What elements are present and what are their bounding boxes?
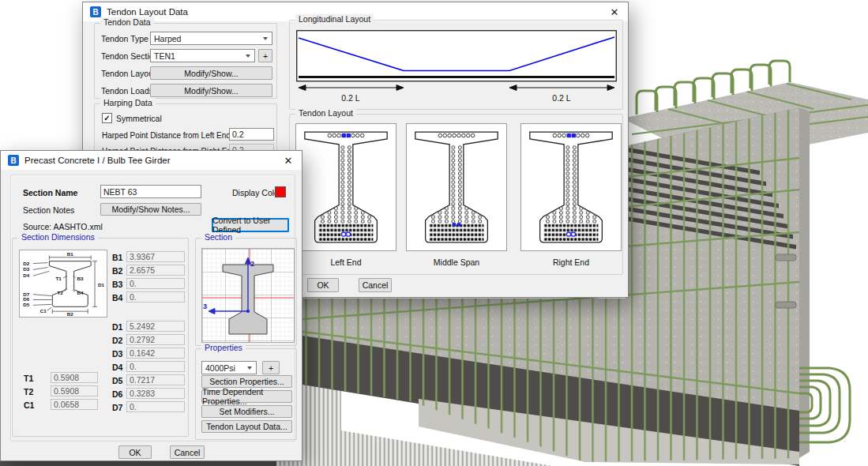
d3-field: 0.1642 [126,348,185,359]
precast-girder-dialog: B Precast Concrete I / Bulb Tee Girder ✕… [0,150,302,461]
section-preview-plot: 2 3 [201,248,295,343]
close-icon[interactable]: ✕ [275,151,302,170]
tendon-section-dropdown[interactable]: TEN1 [150,49,255,62]
middle-span-caption: Middle Span [406,257,507,267]
d2-field: 0.2792 [126,334,185,345]
d7-field: 0. [126,401,185,412]
t2-label: T2 [24,387,33,396]
cross-section-middle-span [406,123,507,251]
girder-cross-section-left [296,124,396,250]
diagram-label-b4: B4 [77,290,84,295]
app-icon: B [90,6,101,17]
diagram-label-t1: T1 [55,276,62,281]
b1-label: B1 [112,253,122,262]
tendon-type-label: Tendon Type [101,34,148,43]
section-name-input[interactable] [100,185,201,198]
harped-left-input[interactable] [229,128,274,141]
diagram-label-d1: D1 [98,282,105,287]
tendon-type-dropdown[interactable]: Harped [150,32,272,45]
tendon-section-value: TEN1 [154,51,175,61]
t1-field: 0.5908 [51,372,98,383]
modify-show-notes-button[interactable]: Modify/Show Notes... [100,203,201,216]
precast-ok-button[interactable]: OK [118,445,152,459]
tendon-ok-button[interactable]: OK [307,278,339,292]
diagram-label-d3: D3 [23,266,30,272]
display-color-swatch[interactable] [275,186,286,197]
b3-field: 0. [126,278,185,289]
precast-cancel-button[interactable]: Cancel [170,445,205,459]
dimension-arrows [299,85,614,91]
section-notes-label: Section Notes [23,205,74,215]
convert-to-user-defined-button[interactable]: Convert to User Defined [212,218,289,232]
d4-label: D4 [112,363,122,372]
longitudinal-layout-group: Longitudinal Layout 0.2 L 0.2 L [289,20,623,110]
d3-label: D3 [112,349,122,359]
dimensions-diagram: B1 D2 D3 D4 T1 B3 D1 T2 B4 D7 D6 D5 C1 B… [20,250,107,317]
d1-label: D1 [112,322,122,332]
tendon-layout-modify-button[interactable]: Modify/Show... [150,66,272,80]
time-dependent-properties-button[interactable]: Time Dependent Properties... [201,390,292,403]
longitudinal-layout-group-label: Longitudinal Layout [295,14,374,24]
tendon-layout-data-button[interactable]: Tendon Layout Data... [201,420,292,433]
set-modifiers-button[interactable]: Set Modifiers... [201,405,292,418]
girder-end-face [799,107,810,458]
left-end-caption: Left End [295,257,396,267]
right-end-caption: Right End [520,257,622,267]
d6-label: D6 [112,389,122,399]
dim-right-label: 0.2 L [538,93,585,103]
dim-left-label: 0.2 L [327,93,374,103]
source-label: Source: AASHTO.xml [23,222,103,231]
d6-field: 0.3283 [126,388,185,399]
c1-field: 0.0658 [51,399,98,410]
symmetrical-checkbox[interactable]: ✓ [102,113,112,123]
precast-dialog-titlebar[interactable]: B Precast Concrete I / Bulb Tee Girder [1,151,302,170]
diagram-label-b1: B1 [67,251,74,257]
tendon-layout-group-label: Tendon Layout [295,108,356,118]
chevron-down-icon [247,366,252,370]
axis-2-label: 2 [250,260,254,268]
tendon-loads-label: Tendon Loads [101,86,153,96]
c1-label: C1 [24,400,34,410]
properties-group-label: Properties [201,343,246,352]
diagram-label-d5: D5 [23,302,30,307]
tendon-cancel-button[interactable]: Cancel [359,278,392,292]
tendon-data-group: Tendon Data Tendon Type Harped Tendon Se… [94,23,277,99]
chevron-down-icon [246,54,250,58]
material-value: 4000Psi [205,363,235,373]
section-name-label: Section Name [23,188,77,197]
axis-3-label: 3 [203,303,207,310]
app-icon: B [8,155,19,166]
add-material-button[interactable]: + [262,361,280,374]
diagram-label-d4: D4 [23,272,30,278]
material-dropdown[interactable]: 4000Psi [201,361,257,374]
section-dimensions-group-label: Section Dimensions [18,232,98,242]
close-icon[interactable]: ✕ [601,2,628,21]
section-preview-group-label: Section [201,232,235,242]
girder-cross-section-right [521,124,621,250]
tendon-profile-plot [296,30,617,93]
d1-field: 5.2492 [126,321,185,332]
cross-section-left-end [295,123,396,251]
add-tendon-section-button[interactable]: + [258,49,272,62]
diagram-label-b3: B3 [77,276,84,281]
d7-label: D7 [112,403,122,412]
tendon-dialog-title: Tendon Layout Data [107,7,188,17]
chevron-down-icon [263,37,268,40]
symmetrical-label: Symmetrical [116,114,162,123]
b4-field: 0. [126,291,185,303]
harping-data-group-label: Harping Data [100,98,156,107]
b1-field: 3.9367 [126,251,185,262]
girder-cross-section-middle [407,124,506,250]
b3-label: B3 [112,280,122,289]
harped-left-label: Harped Point Distance from Left End [102,131,231,140]
section-preview-group: Section 2 3 [195,238,297,346]
b2-field: 2.6575 [126,265,185,276]
properties-group: Properties 4000Psi + Section Properties.… [195,348,297,440]
tendon-loads-modify-button[interactable]: Modify/Show... [150,84,272,97]
tendon-type-value: Harped [154,34,181,43]
diagram-label-b2: B2 [67,311,74,317]
diagram-label-d2: D2 [23,261,30,266]
section-properties-button[interactable]: Section Properties... [201,375,292,388]
tendon-data-group-label: Tendon Data [100,17,154,27]
screen: { "app": { "icon_letter": "B", "close_gl… [0,0,868,466]
